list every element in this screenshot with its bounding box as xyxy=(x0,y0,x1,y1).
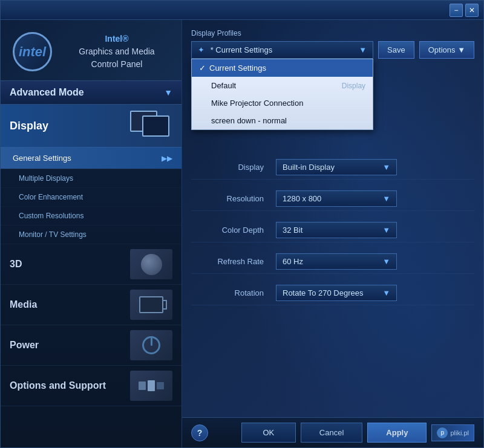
category-media[interactable]: Media xyxy=(1,285,182,325)
profile-dropdown-container: ✦ * Current Settings ▼ ✓ Current Setting… xyxy=(191,41,373,59)
dropdown-item-current[interactable]: ✓ Current Settings xyxy=(192,59,373,77)
main-content: intel Intel® Graphics and Media Control … xyxy=(1,20,483,447)
setting-rotation-arrow: ▼ xyxy=(382,288,390,297)
setting-refresh-rate-dropdown[interactable]: 60 Hz ▼ xyxy=(276,253,397,270)
sidebar: intel Intel® Graphics and Media Control … xyxy=(1,20,182,447)
setting-row-resolution: Resolution 1280 x 800 ▼ xyxy=(191,187,474,211)
category-3d-label: 3D xyxy=(10,259,22,270)
setting-row-refresh-rate: Refresh Rate 60 Hz ▼ xyxy=(191,250,474,274)
intel-logo-text: intel xyxy=(19,44,46,60)
category-power-label: Power xyxy=(10,340,39,351)
right-content: Display Profiles ✦ * Current Settings ▼ xyxy=(182,20,483,417)
ok-button[interactable]: OK xyxy=(241,423,296,443)
monitor-icon-front xyxy=(142,115,169,137)
setting-resolution-label: Resolution xyxy=(191,194,276,203)
setting-color-depth-label: Color Depth xyxy=(191,226,276,235)
setting-color-depth-value: 32 Bit xyxy=(283,226,302,235)
setting-refresh-rate-label: Refresh Rate xyxy=(191,257,276,266)
options-button[interactable]: Options ▼ xyxy=(419,41,474,59)
setting-resolution-value: 1280 x 800 xyxy=(283,194,321,203)
setting-display-arrow: ▼ xyxy=(382,163,390,172)
setting-display-dropdown[interactable]: Built-in Display ▼ xyxy=(276,159,397,175)
setting-refresh-rate-value: 60 Hz xyxy=(283,257,303,266)
advanced-mode-bar[interactable]: Advanced Mode ▼ xyxy=(1,80,182,105)
category-options-support[interactable]: Options and Support xyxy=(1,366,182,406)
setting-row-rotation: Rotation Rotate To 270 Degrees ▼ xyxy=(191,281,474,305)
display-icon xyxy=(127,111,172,141)
display-sub-text: Display xyxy=(342,82,365,90)
nav-item-general-settings-arrow: ▶▶ xyxy=(162,154,172,163)
apply-button[interactable]: Apply xyxy=(367,423,427,443)
category-options-support-label: Options and Support xyxy=(10,380,106,391)
help-button[interactable]: ? xyxy=(191,424,208,441)
pliki-label: pliki.pl xyxy=(450,429,469,437)
nav-sub-item-multiple-displays[interactable]: Multiple Displays xyxy=(1,169,182,188)
setting-color-depth-dropdown[interactable]: 32 Bit ▼ xyxy=(276,222,397,238)
main-window: − ✕ intel Intel® Graphics and Media Cont… xyxy=(0,0,484,448)
category-3d-thumb xyxy=(130,249,172,279)
title-bar: − ✕ xyxy=(1,1,483,20)
nav-sub-item-monitor-tv[interactable]: Monitor / TV Settings xyxy=(1,226,182,244)
intel-logo: intel xyxy=(13,32,52,71)
setting-resolution-dropdown[interactable]: 1280 x 800 ▼ xyxy=(276,190,397,207)
setting-color-depth-arrow: ▼ xyxy=(382,226,390,235)
setting-resolution-arrow: ▼ xyxy=(382,194,390,203)
logo-line1: Intel® xyxy=(61,33,172,45)
profile-dropdown-menu: ✓ Current Settings Default Display xyxy=(191,59,373,130)
pliki-dot: p xyxy=(437,427,448,438)
advanced-mode-arrow: ▼ xyxy=(164,88,172,97)
bottom-bar: ? OK Cancel Apply p pliki.pl xyxy=(182,417,483,447)
profile-dropdown-arrow: ▼ xyxy=(359,45,367,54)
setting-refresh-rate-arrow: ▼ xyxy=(382,257,390,266)
minimize-button[interactable]: − xyxy=(450,4,463,17)
right-panel: Display Profiles ✦ * Current Settings ▼ xyxy=(182,20,483,447)
advanced-mode-label: Advanced Mode xyxy=(10,87,84,98)
setting-rotation-value: Rotate To 270 Degrees xyxy=(283,288,363,297)
close-button[interactable]: ✕ xyxy=(465,4,479,17)
dropdown-item-default-label: Default xyxy=(211,81,236,90)
category-media-thumb xyxy=(130,290,172,320)
dropdown-item-current-check: ✓ xyxy=(199,63,206,73)
dropdown-item-screen-down[interactable]: screen down - normal xyxy=(192,112,373,129)
nav-sub-item-color-enhancement[interactable]: Color Enhancement xyxy=(1,188,182,207)
dropdown-item-screen-down-label: screen down - normal xyxy=(211,116,287,125)
setting-rotation-dropdown[interactable]: Rotate To 270 Degrees ▼ xyxy=(276,285,397,301)
profiles-label: Display Profiles xyxy=(191,29,474,37)
setting-display-value: Built-in Display xyxy=(283,163,335,172)
logo-text: Intel® Graphics and Media Control Panel xyxy=(61,33,172,71)
cancel-button[interactable]: Cancel xyxy=(301,423,362,443)
logo-line3: Control Panel xyxy=(61,58,172,71)
logo-line2: Graphics and Media xyxy=(61,45,172,58)
profile-dropdown[interactable]: ✦ * Current Settings ▼ xyxy=(191,41,373,59)
dropdown-item-current-label: Current Settings xyxy=(209,63,266,73)
setting-rotation-label: Rotation xyxy=(191,288,276,297)
category-media-label: Media xyxy=(10,299,37,310)
dropdown-item-mike-label: Mike Projector Connection xyxy=(211,99,303,108)
pliki-badge[interactable]: p pliki.pl xyxy=(431,424,474,441)
category-power[interactable]: Power xyxy=(1,325,182,366)
nav-item-general-settings[interactable]: General Settings ▶▶ xyxy=(1,148,182,169)
profiles-section: Display Profiles ✦ * Current Settings ▼ xyxy=(191,29,474,59)
display-section-label: Display xyxy=(10,120,48,132)
setting-row-display: Display Built-in Display ▼ xyxy=(191,155,474,180)
display-section[interactable]: Display xyxy=(1,105,182,148)
profiles-row: ✦ * Current Settings ▼ ✓ Current Setting… xyxy=(191,41,474,59)
category-power-thumb xyxy=(130,330,172,360)
dropdown-item-mike[interactable]: Mike Projector Connection xyxy=(192,94,373,112)
setting-row-color-depth: Color Depth 32 Bit ▼ xyxy=(191,218,474,242)
nav-item-general-settings-label: General Settings xyxy=(13,154,71,163)
nav-sub-item-custom-resolutions[interactable]: Custom Resolutions xyxy=(1,207,182,226)
dropdown-item-default[interactable]: Default Display xyxy=(192,77,373,94)
settings-rows: Display Built-in Display ▼ Resolution 12… xyxy=(191,155,474,305)
setting-display-label: Display xyxy=(191,163,276,172)
category-3d[interactable]: 3D xyxy=(1,244,182,285)
save-button[interactable]: Save xyxy=(378,41,414,59)
logo-area: intel Intel® Graphics and Media Control … xyxy=(1,20,182,80)
category-options-thumb xyxy=(130,371,172,401)
profile-dropdown-star: ✦ * Current Settings xyxy=(198,45,272,54)
